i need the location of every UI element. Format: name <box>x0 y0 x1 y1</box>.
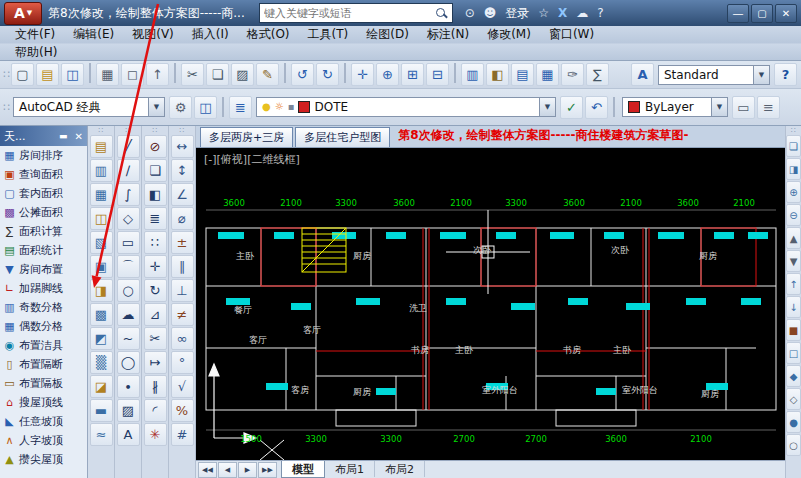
dim-hash-icon[interactable]: # <box>171 423 194 446</box>
dim-parallel-icon[interactable]: ∥ <box>171 255 194 278</box>
menu-modify[interactable]: 修改(M) <box>478 25 540 44</box>
cloud-icon[interactable]: ☁ <box>576 6 588 20</box>
rectangle-icon[interactable]: ▭ <box>117 231 140 254</box>
panel-item-even-grid[interactable]: ▦ 偶数分格 <box>0 317 87 336</box>
extend-icon[interactable]: ↦ <box>144 351 167 374</box>
layer-lock-icon[interactable]: ◫ <box>90 207 113 230</box>
plot-icon[interactable]: ▦ <box>96 63 119 86</box>
menu-file[interactable]: 文件(F) <box>6 25 64 44</box>
last-tab-button[interactable]: ▶▶ <box>258 462 277 478</box>
draworder-back-icon[interactable]: ◨ <box>786 158 801 180</box>
panel-item-partition[interactable]: ▯ 布置隔断 <box>0 355 87 374</box>
markup-icon[interactable]: ✑ <box>561 63 584 86</box>
layer-previous-icon[interactable]: ↶ <box>585 96 608 119</box>
properties-icon[interactable]: ▥ <box>461 63 484 86</box>
toolbar-icon[interactable] <box>89 63 91 83</box>
minimize-button[interactable]: ― <box>727 4 749 23</box>
user-icon[interactable]: ☻ <box>484 6 497 20</box>
polygon-icon[interactable]: ◇ <box>117 207 140 230</box>
toolbar-grip[interactable]: ∷ <box>3 68 10 81</box>
order-down-icon[interactable]: ▼ <box>786 250 801 272</box>
solid-diamond-icon[interactable]: ◆ <box>786 365 801 387</box>
offset-icon[interactable]: ≣ <box>144 207 167 230</box>
toolbar-grip[interactable]: ∷ <box>791 127 796 135</box>
construction-line-icon[interactable]: ∕ <box>117 159 140 182</box>
panel-item-inner-area[interactable]: ▢ 套内面积 <box>0 184 87 203</box>
menu-insert[interactable]: 插入(I) <box>183 25 238 44</box>
panel-close-icon[interactable]: ✕ <box>75 131 83 142</box>
dim-angular-icon[interactable]: ∠ <box>171 183 194 206</box>
tab-layout2[interactable]: 布局2 <box>375 461 425 477</box>
search-input[interactable] <box>260 7 434 20</box>
panel-item-area-calc[interactable]: ∑ 面积计算 <box>0 222 87 241</box>
exchange-apps-icon[interactable]: X <box>558 6 567 20</box>
dim-degree-icon[interactable]: ° <box>171 351 194 374</box>
match-properties-icon[interactable]: ✎ <box>256 63 279 86</box>
toolbar-icon[interactable] <box>284 63 286 83</box>
layer-off-icon[interactable]: ▥ <box>90 159 113 182</box>
layer-on-bulb-icon[interactable]: ● <box>262 102 271 112</box>
first-tab-button[interactable]: ◀◀ <box>198 462 217 478</box>
panel-item-any-slope[interactable]: ◣ 任意坡顶 <box>0 412 87 431</box>
erase-icon[interactable]: ⊘ <box>144 135 167 158</box>
array-icon[interactable]: ∷ <box>144 231 167 254</box>
hollow-square-icon[interactable]: □ <box>786 342 801 364</box>
menu-tools[interactable]: 工具(T) <box>299 25 358 44</box>
toolbar-grip[interactable]: ∷ <box>152 127 157 135</box>
panel-item-board[interactable]: ▭ 布置隔板 <box>0 374 87 393</box>
group-icon[interactable]: ◨ <box>90 279 113 302</box>
menu-view[interactable]: 视图(V) <box>123 25 183 44</box>
view-3d-icon[interactable]: ◪ <box>90 375 113 398</box>
panel-item-area-stats[interactable]: ▤ 面积统计 <box>0 241 87 260</box>
break-icon[interactable]: ∦ <box>144 375 167 398</box>
draworder-front-icon[interactable]: ❏ <box>786 135 801 157</box>
workspace-settings-icon[interactable]: ⚙ <box>169 96 192 119</box>
layer-on-icon[interactable]: ▤ <box>90 135 113 158</box>
copy-object-icon[interactable]: ❏ <box>144 159 167 182</box>
zoom-out-icon[interactable]: ⊖ <box>786 204 801 226</box>
cut-icon[interactable]: ✂ <box>181 63 204 86</box>
dim-linear-icon[interactable]: ↔ <box>171 135 194 158</box>
panel-item-fixtures[interactable]: ◉ 布置洁具 <box>0 336 87 355</box>
text-style-icon[interactable]: A <box>631 63 654 86</box>
circle-icon[interactable]: ○ <box>117 279 140 302</box>
solid-circle-icon[interactable]: ● <box>786 411 801 433</box>
hollow-circle-icon[interactable]: ○ <box>786 434 801 456</box>
dim-continue-icon[interactable]: ∞ <box>171 327 194 350</box>
toolbar-grip[interactable]: ∷ <box>179 127 184 135</box>
revision-cloud-icon[interactable]: ☁ <box>117 303 140 326</box>
chevron-down-icon[interactable]: ▼ <box>148 98 164 116</box>
arrow-down-icon[interactable]: ↓ <box>786 296 801 318</box>
ellipse-icon[interactable]: ◯ <box>117 351 140 374</box>
new-icon[interactable]: ▢ <box>11 63 34 86</box>
layer-make-current-icon[interactable]: ✓ <box>560 96 583 119</box>
dim-compare-icon[interactable]: ≠ <box>171 303 194 326</box>
dim-tolerance-icon[interactable]: ± <box>171 231 194 254</box>
tarch-panel-titlebar[interactable]: 天... ▬ ✕ <box>0 126 87 146</box>
layer-combo[interactable]: ● ☼ ▪ DOTE ▼ <box>256 97 556 117</box>
hatch-icon[interactable]: ▨ <box>117 399 140 422</box>
polyline-icon[interactable]: ∫ <box>117 183 140 206</box>
rotate-icon[interactable]: ↻ <box>144 279 167 302</box>
mirror-icon[interactable]: ◧ <box>144 183 167 206</box>
sheet-set-icon[interactable]: ▦ <box>536 63 559 86</box>
wave-tool-icon[interactable]: ≈ <box>90 423 113 446</box>
dim-diameter-icon[interactable]: ⌀ <box>171 207 194 230</box>
dim-radical-icon[interactable]: √ <box>171 375 194 398</box>
layer-freeze-icon[interactable]: ▦ <box>90 183 113 206</box>
dim-vertical-icon[interactable]: ↕ <box>171 159 194 182</box>
menu-help[interactable]: 帮助(H) <box>6 43 66 62</box>
doc-tab-residence-unit[interactable]: 多层住宅户型图 <box>295 127 390 147</box>
prev-tab-button[interactable]: ◀ <box>218 462 237 478</box>
scale-icon[interactable]: ⊿ <box>144 303 167 326</box>
plot-preview-icon[interactable]: ◻ <box>121 63 144 86</box>
tab-layout1[interactable]: 布局1 <box>325 461 375 477</box>
viewport-label[interactable]: [-][俯视][二维线框] <box>204 152 300 167</box>
workspace-combo[interactable]: AutoCAD 经典 ▼ <box>13 97 165 117</box>
favorites-star-icon[interactable]: ☆ <box>538 6 549 20</box>
dim-percent-icon[interactable]: % <box>171 399 194 422</box>
move-icon[interactable]: ✛ <box>144 255 167 278</box>
design-center-icon[interactable]: ◧ <box>486 63 509 86</box>
panel-item-gable-roof[interactable]: ∧ 人字坡顶 <box>0 431 87 450</box>
quick-calc-icon[interactable]: ∑ <box>586 63 609 86</box>
